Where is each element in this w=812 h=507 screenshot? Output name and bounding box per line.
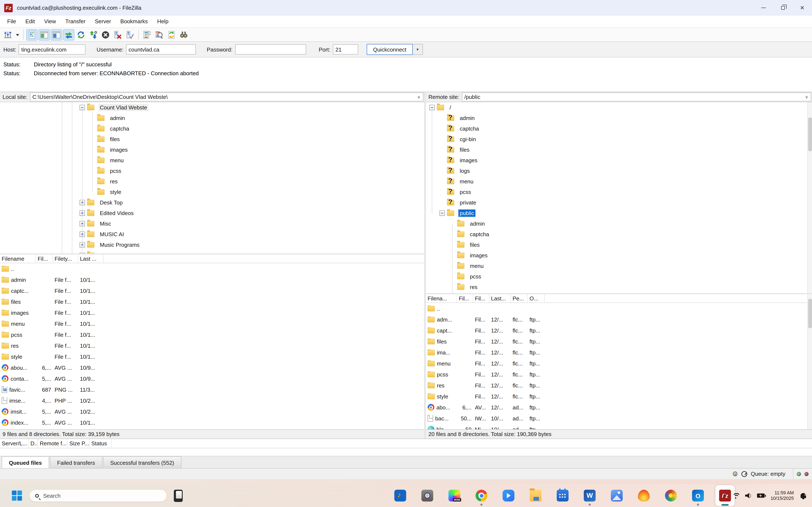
taskbar-app-word[interactable] [580,485,600,506]
file-row-style[interactable]: styleFil...12/...flc...ftp... [426,391,812,402]
scrollbar-thumb[interactable] [808,117,812,151]
tree-item-admin[interactable]: admin [426,218,812,229]
volume-icon[interactable] [745,493,751,498]
speed-limits-icon[interactable] [742,471,748,477]
file-row-abou...[interactable]: abou...6,...AVG ...10/9... [0,362,424,373]
tree-item-Count Vlad Webste[interactable]: −Count Vlad Webste [0,102,424,113]
column-header-5[interactable]: O... [528,294,545,302]
tree-item-partial[interactable] [426,292,812,293]
toggle-remote-tree-icon[interactable] [51,29,62,40]
tree-item-images[interactable]: images [426,155,812,166]
pane-splitter[interactable] [424,92,426,439]
scrollbar-thumb[interactable] [808,299,812,328]
toggle-message-log-icon[interactable] [26,29,38,40]
tree-item-public[interactable]: −public [426,208,812,218]
tree-item-MUSIC AI[interactable]: +MUSIC AI [0,229,424,239]
menu-bookmarks[interactable]: Bookmarks [116,16,152,27]
column-header-4[interactable]: Pe... [511,294,528,302]
disconnect-icon[interactable] [112,29,123,40]
expand-toggle-icon[interactable]: + [80,252,85,253]
taskbar-app-calendar[interactable] [553,485,572,506]
taskbar-search[interactable]: Search [29,489,167,502]
file-row-abo...[interactable]: abo...6,...AV...12/...ad...ftp... [426,402,812,413]
column-header-2[interactable]: Fil... [473,294,489,302]
taskbar-clock[interactable]: 11:59 AM 10/15/2025 [770,490,794,501]
tree-item-files[interactable]: files [426,145,812,155]
tree-item-/[interactable]: −/ [426,102,812,113]
column-header-3[interactable]: Last ... [78,255,104,263]
queue-column-0[interactable]: Server/L... [0,439,29,448]
file-row-bac...[interactable]: bac...50...IW...10/...ad...ftp... [426,413,812,424]
collapse-toggle-icon[interactable]: − [429,105,435,110]
taskbar-app-outlook[interactable] [688,485,708,506]
file-row-adm...[interactable]: adm...Fil...12/...flc...ftp... [426,314,812,325]
file-row-..[interactable]: .. [0,263,424,274]
queue-column-3[interactable]: Size P... [68,439,90,448]
directory-listing-filters-icon[interactable] [154,29,165,40]
file-row-imse...[interactable]: imse...4,...PHP ...10/2... [0,395,424,406]
file-row-blo...[interactable]: blo...50Mi...10/...ad...ftp... [426,424,812,429]
remote-list-scrollbar[interactable] [807,294,812,429]
queue-column-2[interactable]: Remote f... [38,439,68,448]
tree-item-partial[interactable]: + [0,250,424,253]
password-input[interactable] [235,44,306,55]
file-row-conta...[interactable]: conta...5,...AVG ...10/9... [0,373,424,384]
site-manager-icon[interactable] [2,29,13,40]
file-row-ima...[interactable]: ima...Fil...12/...flc...ftp... [426,347,812,358]
file-row-admin[interactable]: adminFile f...10/1... [0,274,424,285]
host-input[interactable] [19,44,86,55]
queue-column-4[interactable]: Status [90,439,112,448]
tree-item-res[interactable]: res [0,176,424,187]
tree-item-images[interactable]: images [0,145,424,155]
file-row-captc...[interactable]: captc...File f...10/1... [0,285,424,296]
site-manager-dropdown-icon[interactable] [14,29,21,40]
file-row-res[interactable]: resFile f...10/1... [0,340,424,351]
tree-item-logs[interactable]: logs [426,166,812,176]
menu-edit[interactable]: Edit [21,16,40,27]
taskbar-app-file-explorer[interactable] [526,485,545,506]
tree-item-Desk Top[interactable]: +Desk Top [0,197,424,208]
tree-item-Music Programs[interactable]: +Music Programs [0,239,424,250]
file-row-..[interactable]: .. [426,303,812,314]
cancel-operation-icon[interactable] [100,29,111,40]
file-row-menu[interactable]: menuFil...12/...flc...ftp... [426,358,812,369]
tree-item-images[interactable]: images [426,250,812,261]
file-row-index...[interactable]: index...5,...AVG ...10/1... [0,417,424,428]
taskbar-app-clipchamp[interactable] [499,485,518,506]
username-input[interactable] [126,44,196,55]
tree-item-captcha[interactable]: captcha [426,123,812,134]
tree-item-pcss[interactable]: pcss [0,166,424,176]
tree-item-pcss[interactable]: pcss [426,187,812,197]
tree-item-files[interactable]: files [0,134,424,145]
file-row-pcss[interactable]: pcssFile f...10/1... [0,329,424,340]
refresh-icon[interactable] [75,29,87,40]
chevron-down-icon[interactable]: ∨ [803,95,811,99]
taskbar-app-audio-editor[interactable] [391,485,410,506]
tab-queued-files[interactable]: Queued files [2,456,49,468]
taskbar-app-camera[interactable] [418,485,437,506]
chevron-down-icon[interactable]: ∨ [415,95,423,99]
tree-item-style[interactable]: style [0,187,424,197]
battery-icon[interactable] [757,494,765,498]
column-header-1[interactable]: Fil... [36,255,53,263]
hidden-icons-chevron[interactable]: ∧ [722,493,726,499]
tree-item-captcha[interactable]: captcha [426,229,812,239]
file-row-files[interactable]: filesFil...12/...flc...ftp... [426,336,812,347]
column-header-2[interactable]: Filety... [53,255,78,263]
file-row-images[interactable]: imagesFile f...10/1... [0,307,424,318]
taskbar-app-photos[interactable] [607,485,626,506]
minimize-button[interactable] [754,0,773,16]
directory-comparison-icon[interactable] [141,29,153,40]
queue-column-1[interactable]: D... [29,439,38,448]
quickconnect-dropdown-button[interactable]: ▼ [413,44,423,55]
reconnect-icon[interactable] [124,29,136,40]
menu-server[interactable]: Server [90,16,116,27]
tree-item-Edited Videos[interactable]: +Edited Videos [0,208,424,218]
tree-item-menu[interactable]: menu [426,176,812,187]
close-button[interactable]: ✕ [793,0,812,16]
process-queue-icon[interactable] [88,29,99,40]
column-header-0[interactable]: Filenameˆ [0,255,36,263]
taskbar-app-chrome[interactable] [472,485,491,506]
tree-item-menu[interactable]: menu [0,155,424,166]
collapse-toggle-icon[interactable]: − [440,210,445,216]
